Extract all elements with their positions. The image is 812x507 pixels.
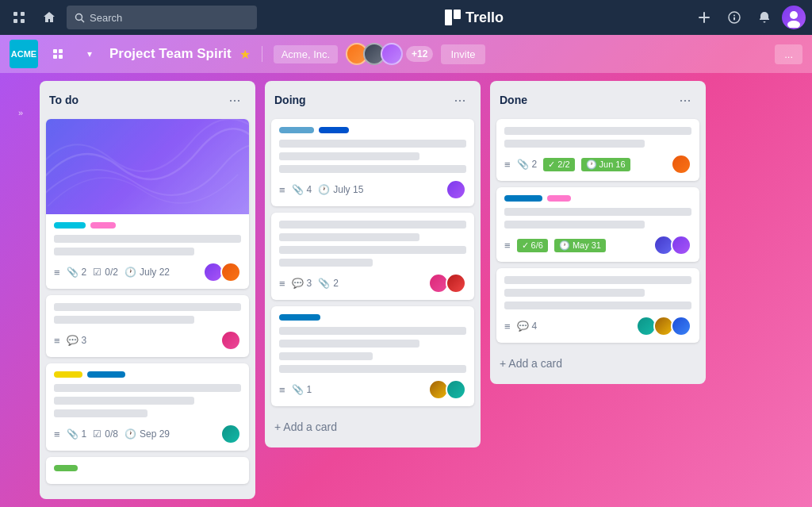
card-footer: ≡ ✓ 6/6 🕐 May 31 [504, 235, 691, 255]
card-checklist: ☑ 0/2 [93, 267, 118, 278]
todo-card-1[interactable]: ≡ 📎 2 ☑ 0/2 🕐 July 22 [46, 119, 249, 289]
card-comments: 💬 4 [517, 321, 538, 332]
member-avatar-3[interactable] [381, 43, 403, 65]
date-text: May 31 [573, 240, 601, 250]
column-done-more[interactable]: ··· [674, 89, 696, 111]
card-text-line [504, 302, 691, 309]
card-text-line [504, 276, 691, 284]
card-text-line [504, 289, 645, 297]
acme-logo[interactable]: ACME [10, 40, 38, 68]
date-badge: 🕐 May 31 [554, 239, 606, 252]
card-avatar[interactable] [220, 424, 241, 444]
todo-card-3[interactable]: ≡ 📎 1 ☑ 0/8 🕐 Sep 29 [46, 363, 249, 451]
card-footer: ≡ 📎 2 ✓ 2/2 🕐 Jun 16 [504, 154, 691, 175]
chevron-down-icon[interactable]: ▾ [78, 42, 102, 66]
column-doing-more[interactable]: ··· [449, 89, 471, 111]
invite-button[interactable]: Invite [441, 44, 485, 64]
card-avatar[interactable] [220, 262, 241, 282]
top-navigation: Search Trello [0, 0, 812, 35]
search-bar[interactable]: Search [67, 6, 257, 29]
paperclip-icon: 📎 [67, 267, 79, 278]
sidebar-toggle[interactable]: » [11, 89, 30, 136]
card-avatar[interactable] [671, 154, 691, 175]
card-checklist: ☑ 0/8 [93, 428, 118, 440]
card-text-line [54, 397, 194, 405]
svg-rect-0 [13, 12, 17, 16]
checklist-icon: ☑ [93, 428, 102, 440]
nav-right-actions [691, 5, 806, 30]
svg-point-7 [733, 15, 735, 17]
add-card-button[interactable]: + Add a card [46, 492, 249, 499]
card-avatars [671, 154, 691, 175]
doing-card-2[interactable]: ≡ 💬 3 📎 2 [271, 213, 474, 300]
todo-card-4[interactable] [46, 457, 249, 484]
card-text-line [54, 384, 241, 392]
workspace-label[interactable]: Acme, Inc. [274, 45, 338, 63]
card-avatar[interactable] [446, 179, 466, 200]
clock-icon: 🕐 [124, 267, 136, 278]
column-todo-more[interactable]: ··· [224, 89, 246, 111]
card-avatar[interactable] [446, 273, 466, 294]
attachment-count: 2 [532, 159, 538, 170]
card-text-line [54, 235, 241, 243]
list-icon: ≡ [504, 240, 511, 252]
board-view-toggle[interactable] [46, 42, 70, 66]
home-button[interactable] [36, 5, 62, 30]
card-text-line [54, 316, 194, 324]
card-avatar[interactable] [220, 330, 241, 351]
info-button[interactable] [722, 5, 747, 30]
card-text-line [279, 327, 466, 335]
svg-rect-13 [53, 55, 57, 59]
done-card-3[interactable]: ≡ 💬 4 [496, 268, 699, 343]
list-icon: ≡ [54, 267, 60, 278]
checklist-progress: 0/2 [105, 267, 118, 278]
board-more-button[interactable]: ... [775, 44, 802, 64]
paperclip-icon: 📎 [517, 159, 529, 170]
label-cyan [54, 222, 86, 229]
card-text-line [279, 365, 466, 373]
svg-rect-8 [733, 17, 735, 21]
card-text-line [504, 221, 645, 229]
user-avatar[interactable] [782, 6, 806, 29]
doing-card-1[interactable]: ≡ 📎 4 🕐 July 15 [271, 119, 474, 206]
comment-count: 3 [307, 278, 312, 289]
card-labels [279, 314, 466, 321]
logo-text: Trello [465, 10, 504, 26]
doing-card-3[interactable]: ≡ 📎 1 [271, 306, 474, 406]
column-doing-title: Doing [274, 94, 306, 106]
label-blue2 [319, 127, 349, 133]
due-date-text: Sep 29 [140, 428, 170, 440]
card-text-line [54, 409, 147, 417]
card-text-line [279, 246, 466, 254]
card-avatar[interactable] [671, 235, 691, 255]
card-avatars [220, 424, 241, 444]
todo-card-2[interactable]: ≡ 💬 3 [46, 295, 249, 357]
done-card-1[interactable]: ≡ 📎 2 ✓ 2/2 🕐 Jun 16 [496, 119, 699, 181]
attachment-count: 4 [307, 184, 312, 195]
checklist-badge: ✓ 2/2 [543, 158, 574, 171]
card-text-line [54, 303, 241, 311]
star-icon[interactable]: ★ [239, 47, 251, 62]
attachment-count: 2 [82, 267, 87, 278]
card-text-line [279, 340, 419, 348]
add-button[interactable] [691, 5, 717, 30]
add-card-button[interactable]: + Add a card [271, 414, 474, 440]
member-count-badge[interactable]: +12 [406, 46, 433, 62]
notification-bell-icon[interactable] [752, 5, 777, 30]
card-avatar[interactable] [671, 316, 691, 336]
label-blue [87, 371, 125, 378]
label-green [54, 465, 78, 471]
grid-menu-icon[interactable] [6, 5, 32, 30]
label-blue [504, 195, 542, 202]
card-avatars [636, 316, 691, 336]
attachment-count: 1 [307, 384, 312, 395]
card-text-line [54, 248, 194, 255]
done-card-2[interactable]: ≡ ✓ 6/6 🕐 May 31 [496, 187, 699, 262]
add-card-button[interactable]: + Add a card [496, 351, 699, 376]
card-labels [279, 127, 466, 133]
card-avatar[interactable] [446, 379, 466, 400]
card-comments: 💬 3 [67, 335, 87, 346]
card-due-date: 🕐 Sep 29 [124, 428, 170, 440]
card-labels [504, 195, 691, 202]
label-magenta [547, 195, 571, 202]
